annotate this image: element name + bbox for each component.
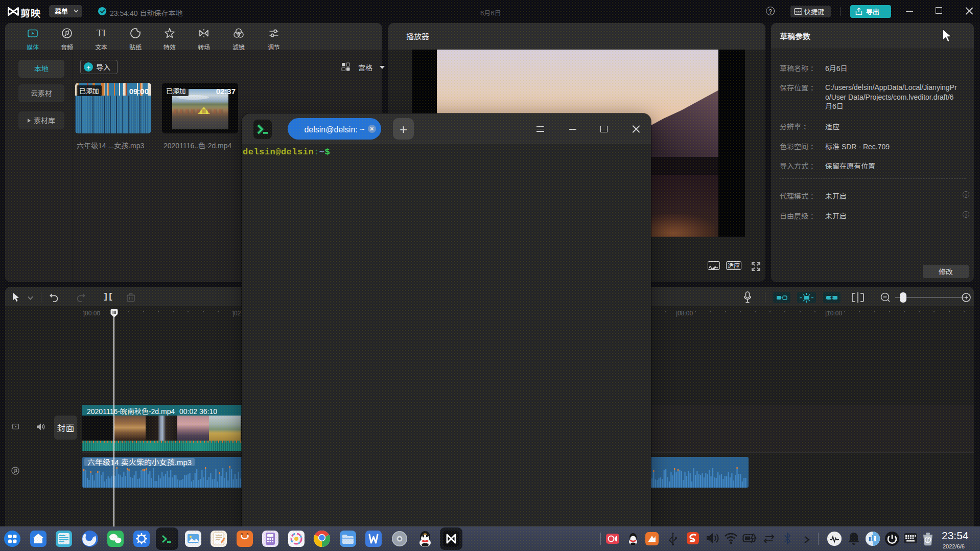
svg-text:TI: TI [97,28,106,38]
